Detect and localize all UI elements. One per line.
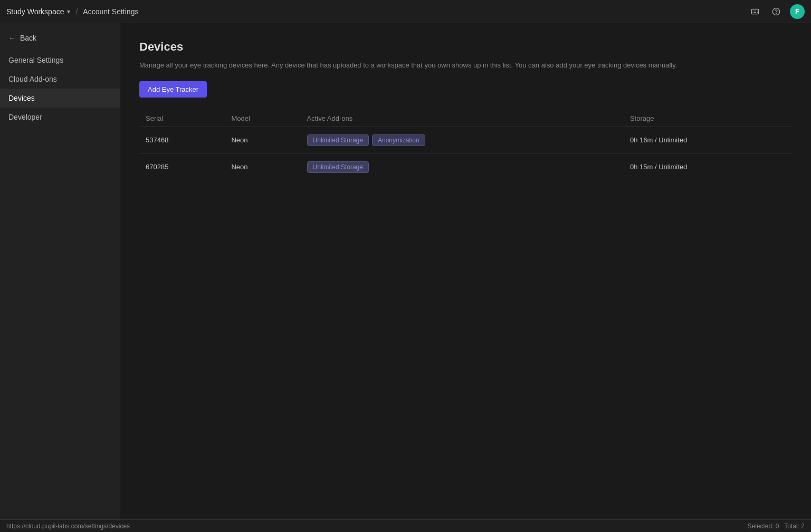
sidebar-back-label: Back [20,34,36,42]
keyboard-icon[interactable] [748,4,762,19]
table-header-row: Serial Model Active Add-ons Storage [139,110,792,127]
svg-rect-5 [752,12,753,12]
table-row: 670285NeonUnlimited Storage0h 15m / Unli… [139,153,792,180]
sidebar-item-general-settings[interactable]: General Settings [0,51,120,70]
cell-model: Neon [225,153,300,180]
col-serial: Serial [139,110,225,127]
main-layout: ← Back General Settings Cloud Add-ons De… [0,23,811,532]
col-storage: Storage [624,110,792,127]
cell-model: Neon [225,127,300,153]
cell-serial: 537468 [139,127,225,153]
workspace-chevron-icon[interactable]: ▾ [67,8,70,15]
cell-storage: 0h 15m / Unlimited [624,153,792,180]
table-row: 537468NeonUnlimited StorageAnonymization… [139,127,792,153]
sidebar-item-cloud-add-ons[interactable]: Cloud Add-ons [0,70,120,89]
workspace-name[interactable]: Study Workspace [6,7,64,16]
add-eye-tracker-button[interactable]: Add Eye Tracker [139,81,207,98]
cell-addons: Unlimited StorageAnonymization [301,127,624,153]
topbar-right: F [748,4,805,19]
svg-rect-7 [757,12,757,12]
content-area: Devices Manage all your eye tracking dev… [120,23,811,532]
addon-badge: Unlimited Storage [307,161,369,173]
sidebar: ← Back General Settings Cloud Add-ons De… [0,23,120,532]
page-description: Manage all your eye tracking devices her… [139,60,792,71]
svg-rect-1 [752,11,753,11]
help-icon[interactable] [769,4,784,19]
statusbar: https://cloud.pupil-labs.com/settings/de… [0,519,811,532]
sidebar-back-button[interactable]: ← Back [0,30,120,46]
addon-badge: Unlimited Storage [307,134,369,146]
sidebar-item-devices[interactable]: Devices [0,89,120,108]
page-title: Devices [139,40,792,54]
cell-addons: Unlimited Storage [301,153,624,180]
svg-rect-3 [756,11,756,11]
avatar[interactable]: F [790,4,805,19]
cell-storage: 0h 16m / Unlimited [624,127,792,153]
statusbar-url: https://cloud.pupil-labs.com/settings/de… [6,523,130,530]
addon-badge: Anonymization [372,134,425,146]
breadcrumb-separator: / [75,7,78,16]
svg-rect-2 [754,11,755,11]
topbar: Study Workspace ▾ / Account Settings F [0,0,811,23]
svg-rect-6 [754,12,756,12]
cell-serial: 670285 [139,153,225,180]
back-arrow-icon: ← [8,34,16,42]
breadcrumb-current: Account Settings [83,7,138,16]
col-model: Model [225,110,300,127]
svg-rect-0 [751,9,758,14]
devices-table: Serial Model Active Add-ons Storage 5374… [139,110,792,180]
sidebar-item-developer[interactable]: Developer [0,108,120,127]
statusbar-stats: Selected: 0 Total: 2 [747,523,805,530]
svg-rect-4 [757,11,757,11]
topbar-left: Study Workspace ▾ / Account Settings [6,7,748,16]
col-addons: Active Add-ons [301,110,624,127]
